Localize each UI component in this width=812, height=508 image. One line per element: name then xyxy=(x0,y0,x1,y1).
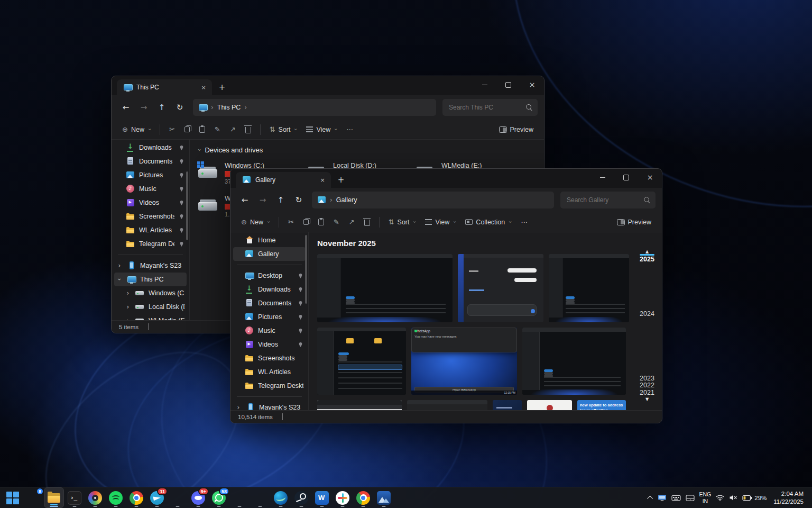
taskbar-tasks-app[interactable]: 8 xyxy=(24,488,43,507)
breadcrumb[interactable]: This PC xyxy=(217,104,241,111)
cut-button[interactable]: ✂ xyxy=(165,122,179,138)
paste-button[interactable] xyxy=(314,214,328,230)
taskbar-discord[interactable]: 9+ xyxy=(189,488,208,507)
sidebar-item-downloads[interactable]: Downloads xyxy=(233,283,306,296)
taskbar-steam[interactable] xyxy=(292,488,311,507)
chevron-down-icon[interactable]: › xyxy=(196,149,203,151)
close-button[interactable]: × xyxy=(520,76,544,93)
delete-button[interactable] xyxy=(241,122,255,138)
new-tab-button[interactable]: + xyxy=(334,173,348,187)
year-2024[interactable]: 2024 xyxy=(638,310,657,318)
sidebar-item-telegram-deskt[interactable]: Telegram Deskt xyxy=(114,237,187,251)
maximize-button[interactable] xyxy=(614,169,638,186)
taskbar-snipping-tool[interactable] xyxy=(230,488,249,507)
sidebar-item-telegram-desktop[interactable]: Telegram Desktop xyxy=(233,379,306,393)
back-button[interactable]: ← xyxy=(118,99,134,115)
taskbar-file-explorer[interactable] xyxy=(44,488,63,507)
chevron-right-icon[interactable]: › xyxy=(235,404,242,410)
tab-close-icon[interactable]: × xyxy=(199,83,208,92)
photo-thumbnail[interactable]: new update to address issue affecting or… xyxy=(577,400,626,410)
sidebar-item-wl-articles[interactable]: WL Articles xyxy=(233,365,306,379)
minimize-button[interactable] xyxy=(590,169,614,186)
taskbar-chrome[interactable] xyxy=(127,488,146,507)
tab-gallery[interactable]: Gallery × xyxy=(236,172,331,188)
search-box[interactable] xyxy=(560,192,656,208)
taskbar-info-app[interactable] xyxy=(168,488,187,507)
chevron-right-icon[interactable]: › xyxy=(116,262,123,269)
scroll-down-icon[interactable]: ▼ xyxy=(638,397,657,402)
taskbar-word[interactable] xyxy=(312,488,331,507)
refresh-button[interactable]: ↻ xyxy=(172,99,188,115)
search-icon[interactable] xyxy=(644,197,650,203)
address-bar[interactable]: › This PC › xyxy=(193,99,436,116)
photo-thumbnail[interactable]: System › About xyxy=(407,400,487,410)
sidebar-item-pictures[interactable]: Pictures xyxy=(114,168,187,182)
taskbar-spotify[interactable] xyxy=(106,488,125,507)
photo-thumbnail[interactable] xyxy=(317,328,406,395)
taskbar-telegram[interactable]: 11 xyxy=(147,488,167,507)
sidebar-scrollbar[interactable] xyxy=(305,235,307,304)
collection-button[interactable]: Collection › xyxy=(461,214,515,230)
sidebar-item-music[interactable]: Music xyxy=(114,182,187,196)
sidebar-item-wl-articles[interactable]: WL Articles xyxy=(114,223,187,237)
new-tab-button[interactable]: + xyxy=(215,80,229,94)
sidebar-item-desktop[interactable]: Desktop xyxy=(233,269,306,283)
photo-thumbnail[interactable] xyxy=(493,400,522,410)
photo-thumbnail[interactable] xyxy=(522,328,626,395)
keyboard-icon[interactable] xyxy=(671,494,681,502)
rename-button[interactable]: ✎ xyxy=(210,122,225,138)
tab-this-pc[interactable]: This PC × xyxy=(117,79,212,95)
wifi-icon[interactable] xyxy=(716,494,724,501)
taskbar-start[interactable] xyxy=(3,488,22,507)
view-button[interactable]: View › xyxy=(421,214,460,230)
chevron-down-icon[interactable]: › xyxy=(116,276,123,283)
paste-button[interactable] xyxy=(195,122,209,138)
year-2023[interactable]: 2023 xyxy=(638,375,657,382)
back-button[interactable]: ← xyxy=(237,192,253,208)
sidebar-item-screenshots[interactable]: Screenshots xyxy=(233,351,306,365)
battery-indicator[interactable]: 29% xyxy=(742,495,767,501)
view-button[interactable]: View › xyxy=(302,122,341,138)
search-icon[interactable] xyxy=(526,104,532,111)
taskbar-terminal[interactable] xyxy=(65,488,84,507)
new-button[interactable]: ⊕ New › xyxy=(118,122,155,138)
rename-button[interactable]: ✎ xyxy=(329,214,344,230)
search-input[interactable] xyxy=(566,196,641,204)
maximize-button[interactable] xyxy=(496,76,520,93)
more-options-button[interactable]: ⋯ xyxy=(342,122,357,138)
more-options-button[interactable]: ⋯ xyxy=(516,214,532,230)
taskbar-arc-browser[interactable] xyxy=(251,488,270,507)
sidebar-item-music[interactable]: Music xyxy=(233,324,306,338)
chevron-right-icon[interactable]: › xyxy=(244,104,247,111)
sidebar-item-gallery[interactable]: Gallery xyxy=(233,247,306,261)
sidebar-scrollbar[interactable] xyxy=(186,171,188,240)
sidebar-item-home[interactable]: Home xyxy=(233,233,306,247)
sidebar-item-videos[interactable]: Videos xyxy=(233,338,306,351)
close-button[interactable]: × xyxy=(638,169,662,186)
sidebar-item-mayank-s-s23[interactable]: ›Mayank's S23 xyxy=(233,401,306,410)
taskbar-paint[interactable] xyxy=(86,488,105,507)
forward-button[interactable]: → xyxy=(136,99,152,115)
taskbar-slack[interactable] xyxy=(333,488,352,507)
share-button[interactable]: ↗ xyxy=(226,122,240,138)
preview-button[interactable]: Preview xyxy=(613,214,656,230)
photo-thumbnail[interactable] xyxy=(317,400,402,410)
chevron-right-icon[interactable]: › xyxy=(125,303,131,311)
sidebar-item-pictures[interactable]: Pictures xyxy=(233,310,306,324)
sidebar-item-this-pc[interactable]: ›This PC xyxy=(114,273,187,286)
copy-button[interactable] xyxy=(299,214,313,230)
sidebar-item-wlmedia-e[interactable]: ›WLMedia (E:) xyxy=(114,314,187,320)
up-button[interactable]: ↑ xyxy=(154,99,170,115)
screen-cast-icon[interactable] xyxy=(658,494,667,502)
refresh-button[interactable]: ↻ xyxy=(291,192,307,208)
sidebar-item-screenshots[interactable]: Screenshots xyxy=(114,210,187,223)
share-button[interactable]: ↗ xyxy=(345,214,359,230)
sidebar-item-downloads[interactable]: Downloads xyxy=(114,141,187,155)
hidden-icons-chevron-icon[interactable] xyxy=(647,495,652,501)
sidebar-item-documents[interactable]: Documents xyxy=(233,296,306,310)
forward-button[interactable]: → xyxy=(255,192,271,208)
volume-muted-icon[interactable] xyxy=(729,494,737,501)
preview-button[interactable]: Preview xyxy=(495,122,538,138)
address-bar[interactable]: › Gallery xyxy=(312,192,554,208)
year-2021[interactable]: 2021 xyxy=(638,389,657,396)
